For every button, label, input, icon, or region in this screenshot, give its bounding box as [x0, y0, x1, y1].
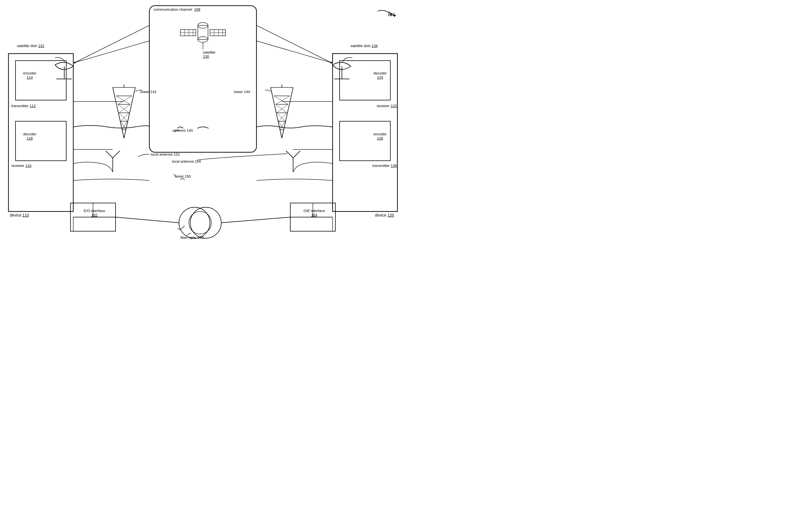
svg-point-75	[179, 207, 210, 238]
svg-line-45	[119, 104, 130, 113]
eo-interface-num: 162	[91, 213, 97, 217]
svg-line-61	[276, 104, 287, 113]
decoder-left-label: decoder 118	[23, 132, 36, 140]
oe-interface-label: O/E interface 164	[293, 209, 336, 217]
eo-interface-text: E/O interface	[84, 209, 105, 213]
local-antenna-right-text: local antenna 154	[172, 159, 201, 164]
svg-line-42	[116, 96, 130, 104]
sat-dish-left-num: 132	[38, 44, 44, 48]
transmitter-right-text: transmitter	[372, 164, 389, 168]
svg-rect-5	[16, 61, 66, 100]
svg-rect-6	[16, 121, 66, 161]
device-right-text: device	[375, 213, 386, 218]
svg-line-28	[75, 41, 149, 63]
receiver-left-label: receiver 116	[11, 164, 32, 168]
svg-line-29	[75, 25, 149, 63]
sat-dish-right-label: satellite dish 134	[350, 44, 378, 48]
svg-rect-3	[8, 54, 73, 211]
svg-rect-12	[198, 25, 208, 39]
receiver-left-text: receiver	[11, 164, 24, 168]
local-antenna-right-label: local antenna 154	[172, 159, 201, 164]
receiver-right-text: receiver	[377, 104, 389, 108]
oe-interface-num: 164	[311, 213, 317, 217]
sat-dish-right-num: 134	[372, 44, 378, 48]
svg-line-71	[113, 151, 120, 158]
device-left-num: 110	[22, 213, 29, 218]
wireless-label: wireless 140	[173, 128, 193, 133]
local-antenna-left-text: local antenna 152	[151, 152, 180, 156]
receiver-left-num: 116	[25, 164, 32, 168]
svg-line-47	[121, 113, 129, 121]
sat-dish-left-label: satellite dish 132	[17, 44, 44, 48]
svg-line-43	[118, 96, 132, 104]
sat-dish-right-text: satellite dish	[350, 44, 371, 48]
tower-left-label: tower 142	[140, 90, 156, 94]
decoder-right-num: 124	[377, 75, 383, 80]
svg-line-73	[286, 151, 293, 158]
svg-rect-10	[290, 203, 336, 231]
transmitter-left-text: transmitter	[11, 104, 28, 108]
svg-rect-2	[149, 6, 257, 152]
comm-channel-label: communication channel 199	[154, 7, 200, 11]
svg-line-59	[274, 96, 288, 104]
svg-point-11	[198, 23, 208, 28]
svg-rect-7	[340, 61, 390, 100]
oe-interface-text: O/E interface	[303, 209, 325, 213]
sat-dish-left-text: satellite dish	[17, 44, 37, 48]
device-right-num: 120	[387, 213, 394, 218]
diagram-svg	[0, 0, 406, 258]
transmitter-left-label: transmitter 112	[11, 104, 36, 108]
svg-line-74	[293, 151, 300, 158]
device-right-label: device 120	[375, 213, 394, 218]
svg-line-66	[280, 121, 285, 130]
decoder-right-text: decoder	[373, 71, 387, 75]
svg-line-62	[277, 104, 288, 113]
satellite-label: satellite 130	[203, 50, 215, 59]
encoder-right-label: encoder 128	[373, 132, 387, 140]
decoder-left-text: decoder	[23, 132, 36, 136]
encoder-right-num: 128	[377, 136, 383, 140]
wireless-text: wireless 140	[173, 128, 193, 133]
encoder-left-num: 114	[27, 75, 33, 80]
transmitter-right-num: 126	[390, 164, 397, 168]
satellite-num: 130	[203, 54, 209, 59]
svg-point-13	[198, 37, 208, 42]
svg-line-60	[276, 96, 290, 104]
eo-interface-label: E/O interface 162	[73, 209, 116, 217]
svg-rect-4	[332, 54, 398, 211]
svg-line-80	[116, 217, 179, 223]
tower-left-text: tower 142	[140, 90, 156, 94]
fiber-optic-text: fiber-optic 160	[180, 235, 203, 240]
svg-rect-8	[340, 121, 390, 161]
svg-line-46	[119, 113, 127, 121]
svg-point-77	[189, 211, 211, 234]
comm-channel-text: communication channel	[154, 7, 192, 11]
local-antenna-left-label: local antenna 152	[151, 152, 180, 156]
svg-rect-15	[210, 30, 226, 36]
receiver-right-label: receiver 122	[377, 104, 397, 108]
fiber-optic-label: fiber-optic 160	[180, 235, 203, 240]
satellite-text: satellite	[203, 50, 215, 54]
system-number-label: 100	[387, 12, 395, 17]
svg-point-32	[330, 62, 332, 63]
transmitter-left-num: 112	[30, 104, 36, 108]
svg-rect-9	[70, 203, 116, 231]
decoder-left-num: 118	[27, 136, 33, 140]
decoder-right-label: decoder 124	[373, 71, 387, 80]
svg-line-34	[257, 25, 331, 63]
encoder-left-text: encoder	[23, 71, 36, 75]
svg-line-70	[106, 151, 113, 158]
svg-point-27	[74, 62, 76, 63]
transmitter-right-label: transmitter 126	[372, 164, 397, 168]
wired-label: wired 150	[175, 174, 191, 178]
svg-line-81	[222, 217, 290, 223]
svg-line-33	[257, 41, 331, 63]
svg-line-52	[270, 87, 282, 138]
svg-line-44	[118, 104, 129, 113]
tower-right-text: tower 144	[234, 90, 250, 94]
svg-line-53	[282, 87, 293, 138]
svg-point-76	[190, 207, 221, 238]
svg-line-63	[277, 113, 285, 121]
device-left-text: device	[10, 213, 21, 218]
svg-line-36	[124, 87, 135, 138]
